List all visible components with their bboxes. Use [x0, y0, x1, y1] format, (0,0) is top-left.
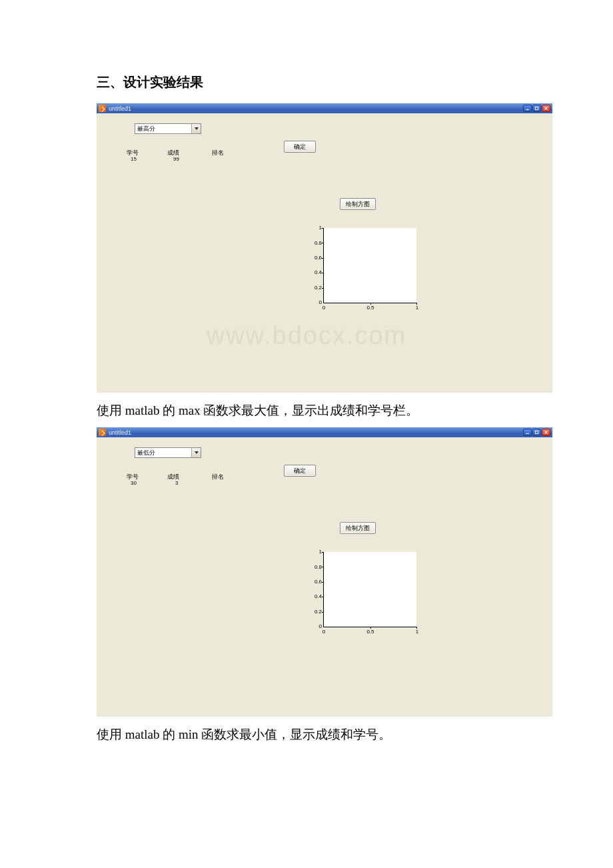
window-title: untitled1 [109, 105, 131, 112]
matlab-gui-window-max: untitled1 最高分 学号 成绩 排名 15 99 确定 绘制方图 1 0… [97, 103, 552, 393]
ytick: 0.2 [307, 609, 322, 615]
value-score: 3 [175, 480, 178, 486]
ytick: 0.4 [307, 593, 322, 599]
close-button[interactable] [542, 105, 550, 112]
dropdown-value: 最高分 [137, 125, 155, 133]
ytick: 0.6 [307, 579, 322, 585]
ytick: 1 [307, 225, 322, 231]
value-id: 15 [131, 156, 137, 162]
section-heading: 三、设计实验结果 [97, 73, 516, 91]
svg-rect-3 [535, 431, 538, 433]
svg-rect-0 [526, 109, 528, 110]
plot-button[interactable]: 绘制方图 [340, 198, 376, 210]
dropdown-value: 最低分 [137, 449, 155, 457]
xtick: 1 [410, 305, 424, 311]
ytick: 0.6 [307, 255, 322, 261]
chevron-down-icon [191, 124, 201, 133]
minimize-button[interactable] [523, 105, 532, 112]
confirm-button[interactable]: 确定 [284, 465, 316, 477]
value-id: 30 [131, 480, 137, 486]
matlab-gui-window-min: untitled1 最低分 学号 成绩 排名 30 3 确定 绘制方图 1 0.… [97, 427, 552, 717]
xtick: 0.5 [364, 305, 377, 311]
label-rank: 排名 [212, 149, 224, 157]
caption-min: 使用 matlab 的 min 函数求最小值，显示成绩和学号。 [97, 726, 516, 743]
ytick: 0.8 [307, 240, 322, 246]
plot-button[interactable]: 绘制方图 [340, 522, 376, 534]
window-titlebar: untitled1 [97, 103, 552, 113]
xtick: 0.5 [364, 629, 377, 635]
ytick: 1 [307, 549, 322, 555]
label-rank: 排名 [212, 473, 224, 481]
value-score: 99 [173, 156, 179, 162]
chevron-down-icon [191, 448, 201, 457]
plot-axes: 1 0.8 0.6 0.4 0.2 0 0 0.5 1 [323, 552, 416, 627]
metric-dropdown[interactable]: 最高分 [135, 123, 201, 134]
caption-max: 使用 matlab 的 max 函数求最大值，显示出成绩和学号栏。 [97, 402, 516, 419]
ytick: 0.8 [307, 564, 322, 570]
ytick: 0.4 [307, 269, 322, 275]
svg-rect-1 [535, 107, 538, 109]
confirm-button[interactable]: 确定 [284, 141, 316, 153]
xtick: 0 [317, 305, 330, 311]
window-titlebar: untitled1 [97, 427, 552, 437]
metric-dropdown[interactable]: 最低分 [135, 447, 201, 458]
maximize-button[interactable] [532, 429, 541, 436]
xtick: 0 [317, 629, 330, 635]
close-button[interactable] [542, 429, 550, 436]
window-title: untitled1 [109, 429, 131, 436]
maximize-button[interactable] [532, 105, 541, 112]
minimize-button[interactable] [523, 429, 532, 436]
matlab-icon [99, 105, 106, 112]
matlab-icon [99, 429, 106, 436]
ytick: 0.2 [307, 285, 322, 291]
xtick: 1 [410, 629, 424, 635]
svg-rect-2 [526, 433, 528, 434]
plot-axes: 1 0.8 0.6 0.4 0.2 0 0 0.5 1 [323, 228, 416, 303]
